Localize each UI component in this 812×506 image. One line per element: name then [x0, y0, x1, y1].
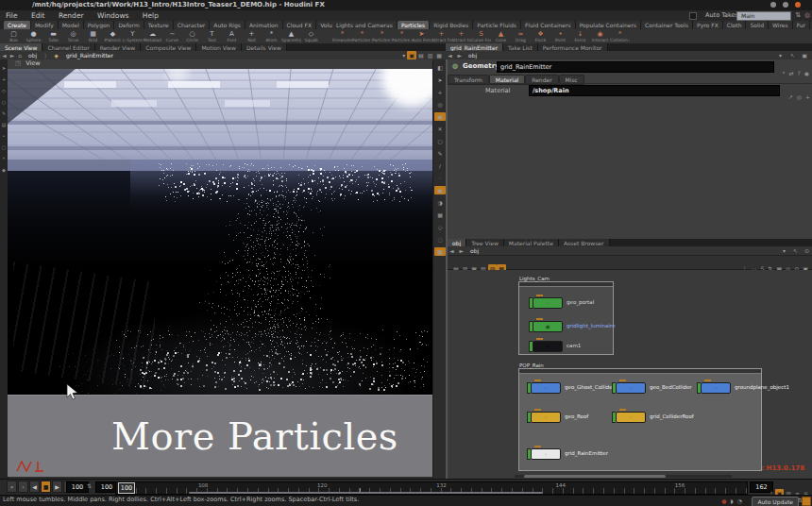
tool-point[interactable]: •Point — [550, 30, 570, 42]
tool-interact[interactable]: ◉Interact — [590, 30, 610, 42]
arrow-icon[interactable]: ↖ — [788, 51, 797, 59]
edit-icon[interactable]: ✎ — [434, 149, 446, 158]
gear-icon[interactable]: ⊙ — [803, 246, 811, 255]
path-node[interactable]: grid_RainEmitter — [63, 51, 116, 59]
tool-torus[interactable]: ◎Torus — [63, 30, 83, 42]
ghost-icon[interactable]: ◇ — [434, 223, 446, 231]
auto-takes-checkbox[interactable] — [689, 12, 697, 20]
tool-attract-to[interactable]: +Attract to… — [451, 30, 471, 42]
tool-auto-fetch[interactable]: ➤Auto Fetch — [412, 30, 431, 42]
tool-particles-fr[interactable]: *Particles fr… — [392, 30, 412, 42]
plus-icon[interactable]: + — [0, 76, 8, 82]
tab-deform[interactable]: Deform — [114, 21, 144, 29]
view-cube-icon[interactable]: ◧ — [434, 63, 446, 72]
cook-indicator-icon[interactable]: ● — [719, 497, 728, 505]
play-forward-button[interactable]: ▶ — [52, 481, 62, 493]
tab-character[interactable]: Character — [174, 21, 211, 29]
frame-step-icons[interactable]: ⇅ — [85, 481, 93, 490]
tool-cone[interactable]: ▲Cone — [491, 30, 511, 42]
tool-font[interactable]: AFont — [222, 30, 242, 42]
node-body-icon[interactable]: ◦ — [701, 382, 731, 394]
tool-l-system[interactable]: YL-System — [123, 30, 143, 42]
minimize-button[interactable] — [770, 2, 776, 8]
tab-polygon[interactable]: Polygon — [84, 21, 115, 29]
node-flag-icon[interactable] — [704, 380, 711, 381]
tab-container-tools[interactable]: Container Tools — [641, 21, 693, 29]
pin-icon[interactable]: ◉ — [803, 69, 811, 77]
node-name-field[interactable]: grid_RainEmitter — [497, 61, 774, 73]
node-grid-rainemitter[interactable]: ◦grid_RainEmitter — [527, 448, 608, 458]
pane-icon[interactable]: ▣ — [800, 51, 809, 59]
node-groundplane-object1[interactable]: ◦groundplane_object1 — [697, 382, 789, 392]
shade-icon[interactable]: ◑ — [434, 198, 446, 207]
menu-windows[interactable]: Windows — [92, 10, 134, 21]
tab-particles[interactable]: Particles — [398, 21, 430, 29]
node-flag-icon[interactable] — [536, 338, 543, 340]
node-body-icon[interactable]: ▸ — [533, 341, 563, 352]
select-icon[interactable]: ➤ — [434, 76, 446, 84]
forward-icon[interactable]: ► — [456, 51, 465, 59]
back-icon[interactable]: ◄ — [448, 246, 456, 255]
close-button[interactable] — [795, 2, 801, 8]
forward-icon[interactable]: ► — [458, 246, 466, 255]
tool-particles-fr[interactable]: *Particles fr… — [372, 30, 392, 42]
tab-texture[interactable]: Texture — [144, 21, 174, 29]
divider-icon[interactable]: · — [434, 174, 446, 182]
node-geo-ghost-collider[interactable]: ◦geo_Ghost_Collider — [527, 382, 615, 392]
dropdown-icon[interactable]: ▾ — [400, 51, 407, 59]
io-icon[interactable]: ⇄ — [787, 69, 796, 77]
play-reverse-button[interactable]: ◀ — [29, 481, 40, 493]
message-log-icon[interactable]: ◗ — [729, 497, 736, 505]
jump-to-start-button[interactable]: « — [7, 481, 17, 493]
tool-collision-d[interactable]: *Collision d… — [610, 30, 630, 42]
dot-icon[interactable]: • — [0, 133, 8, 139]
param-path-root[interactable]: obj — [465, 51, 480, 59]
tool-squab[interactable]: ◇Squab — [301, 30, 321, 42]
tab-lights-and-cameras[interactable]: Lights and Cameras — [332, 21, 398, 29]
stop-button[interactable]: ■ — [41, 481, 51, 493]
snap-toggle-icon[interactable]: ▣ — [434, 186, 446, 194]
back-icon[interactable]: ◄ — [446, 51, 454, 59]
wire-icon[interactable]: ▦ — [434, 211, 446, 219]
tool-metaball[interactable]: ☁Metaball — [143, 30, 162, 42]
dropdown-icon[interactable]: ▾ — [781, 246, 787, 255]
take-spinner-icon[interactable]: ⇅ — [795, 11, 801, 19]
camera-icon[interactable]: ▥ — [426, 51, 435, 59]
tool-tube[interactable]: ▬Tube — [43, 30, 63, 42]
node-flag-icon[interactable] — [536, 295, 543, 296]
help-icon[interactable]: ? — [796, 69, 803, 77]
tab-auto-rigs[interactable]: Auto Rigs — [210, 21, 245, 29]
node-flag-icon[interactable] — [619, 409, 626, 411]
settings-icon[interactable]: ▦ — [434, 51, 444, 59]
menu-file[interactable]: File — [0, 10, 24, 21]
node-geo-roof[interactable]: ◦geo_Roof — [527, 412, 588, 421]
network-box-header[interactable] — [519, 369, 761, 374]
tool-text[interactable]: TText — [202, 30, 222, 42]
brush-icon[interactable]: ✎ — [0, 110, 8, 116]
tab-create[interactable]: Create — [4, 21, 31, 29]
diamond-icon[interactable]: ◇ — [0, 88, 8, 93]
node-body-icon[interactable]: ◦ — [616, 382, 646, 394]
tool-drag[interactable]: ≈Drag — [511, 30, 531, 42]
playhead-marker[interactable]: 100 — [118, 482, 135, 494]
menu-render[interactable]: Render — [53, 10, 90, 21]
scale-toggle-icon[interactable]: ▣ — [434, 112, 446, 121]
tab-wires[interactable]: Wires — [769, 21, 793, 29]
tab-fur[interactable]: Fur — [793, 21, 810, 29]
notification-icon[interactable]: ◍ — [804, 11, 810, 19]
slash-icon[interactable]: / — [434, 161, 446, 170]
node-body-icon[interactable]: ◦ — [531, 382, 561, 394]
network-editor-canvas[interactable]: Non-Public H13.0.178 Lights_Cam◦geo_port… — [448, 270, 812, 479]
trash-icon[interactable] — [802, 497, 811, 506]
view-label[interactable]: View — [23, 59, 40, 67]
tab-cloud-fx[interactable]: Cloud FX — [283, 21, 317, 29]
network-box-lights-cam[interactable]: Lights_Cam◦geo_portal◉gridlight_luminair… — [518, 281, 614, 355]
tool-spaceship[interactable]: ▲Spaceship — [281, 30, 301, 42]
tool-fireworks[interactable]: *Fireworks — [332, 30, 352, 42]
tab-populate-containers[interactable]: Populate Containers — [576, 21, 641, 29]
tool-box[interactable]: ▢Box — [4, 30, 24, 42]
node-geo-portal[interactable]: ◦geo_portal — [529, 297, 594, 307]
material-field[interactable]: /shop/Rain — [529, 85, 780, 96]
menu-edit[interactable]: Edit — [25, 10, 51, 21]
gear-icon[interactable]: * — [781, 69, 787, 77]
